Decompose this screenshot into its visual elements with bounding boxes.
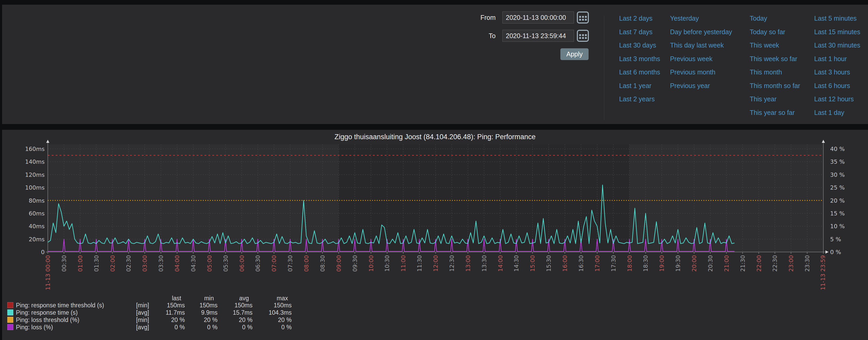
quick-range-link[interactable]: Last 1 hour <box>814 55 847 63</box>
x-tick-label: 18:00 <box>626 255 633 272</box>
legend-series-name: Ping: response time threshold (s) <box>16 302 128 309</box>
legend-value: 150ms <box>221 302 252 309</box>
quick-range-link[interactable]: Last 7 days <box>619 28 653 36</box>
quick-range-link[interactable]: Last 1 year <box>619 82 652 90</box>
x-tick-label: 05:00 <box>206 255 213 272</box>
x-tick-label: 05:30 <box>222 255 229 272</box>
quick-range-link[interactable]: This month so far <box>750 82 800 90</box>
quick-range-link[interactable]: This day last week <box>670 41 724 49</box>
legend-value: 150ms <box>154 302 185 309</box>
axis-right-arrow-icon <box>826 250 829 253</box>
legend-header-max: max <box>260 295 292 302</box>
legend-value: 20 % <box>186 316 218 323</box>
y-right-tick-label: 5 % <box>830 236 841 243</box>
quick-range-link[interactable]: Last 2 years <box>619 95 655 103</box>
x-tick-label: 03:30 <box>158 255 164 272</box>
legend-series-name: Ping: loss threshold (%) <box>16 316 128 323</box>
quick-range-link[interactable]: This year so far <box>750 109 795 117</box>
quick-range-link[interactable]: Today <box>750 14 767 23</box>
x-tick-label: 07:00 <box>271 255 277 272</box>
x-tick-label: 11:00 <box>400 255 407 272</box>
x-tick-label: 21:00 <box>723 255 730 272</box>
apply-button[interactable]: Apply <box>560 48 589 60</box>
x-tick-label: 09:30 <box>352 255 358 272</box>
to-label: To <box>446 30 496 42</box>
quick-range-link[interactable]: Last 6 hours <box>814 82 850 90</box>
quick-range-link[interactable]: Last 12 hours <box>814 95 854 103</box>
quick-range-link[interactable]: Day before yesterday <box>670 28 732 36</box>
x-tick-label: 03:00 <box>142 255 148 272</box>
to-input[interactable] <box>502 30 574 42</box>
legend-function: [min] <box>123 316 149 323</box>
x-tick-label: 10:30 <box>384 255 391 272</box>
quick-range-link[interactable]: Today so far <box>750 28 785 36</box>
legend-header-min: min <box>186 295 218 302</box>
quick-range-link[interactable]: Yesterday <box>670 14 699 23</box>
quick-range-link[interactable]: Last 30 days <box>619 41 656 49</box>
quick-range-link[interactable]: This week so far <box>750 55 797 63</box>
x-tick-label: 07:30 <box>287 255 293 272</box>
quick-range-link[interactable]: Last 5 minutes <box>814 14 857 23</box>
graph-panel: Ziggo thuisaansluiting Joost (84.104.206… <box>2 130 868 340</box>
calendar-icon <box>579 16 587 21</box>
y-left-tick-label: 0 <box>41 249 45 255</box>
legend-value: 150ms <box>186 302 218 309</box>
x-tick-label: 15:00 <box>529 255 536 272</box>
quick-range-link[interactable]: Last 1 day <box>814 109 844 117</box>
x-tick-label: 10:00 <box>368 255 374 272</box>
y-right-tick-label: 35 % <box>830 158 845 165</box>
x-tick-label: 02:30 <box>125 255 132 272</box>
quick-range-link[interactable]: Last 30 minutes <box>814 41 861 49</box>
x-tick-label: 22:30 <box>772 255 778 272</box>
quick-range-link[interactable]: Last 3 months <box>619 55 660 63</box>
from-input[interactable] <box>502 11 574 24</box>
legend-value: 20 % <box>221 316 252 323</box>
legend-swatch-icon <box>7 309 13 315</box>
legend-function: [avg] <box>123 309 149 316</box>
quick-range-link[interactable]: Last 6 months <box>619 68 660 76</box>
legend-value: 104.3ms <box>260 309 292 316</box>
legend-value: 0 % <box>260 323 292 331</box>
x-tick-label: 22:00 <box>756 255 762 272</box>
legend-header-avg: avg <box>221 295 252 302</box>
legend-header-last: last <box>154 295 185 302</box>
x-tick-label: 16:30 <box>578 255 584 272</box>
quick-range-link[interactable]: Previous year <box>670 82 710 90</box>
legend-swatch-icon <box>7 324 13 330</box>
quick-range-link[interactable]: Previous week <box>670 55 713 63</box>
x-tick-label: 16:00 <box>562 255 568 272</box>
legend-value: 20 % <box>260 316 292 323</box>
to-calendar-button[interactable] <box>577 30 589 42</box>
quick-range-link[interactable]: This month <box>750 68 782 76</box>
from-label: From <box>446 11 496 24</box>
quick-range-link[interactable]: Last 2 days <box>619 14 653 23</box>
quick-range-link[interactable]: This week <box>750 41 779 49</box>
calendar-icon <box>579 34 587 39</box>
quick-range-link[interactable]: Previous month <box>670 68 715 76</box>
quick-range-link[interactable]: Last 3 hours <box>814 68 850 76</box>
legend-value: 0 % <box>154 323 185 331</box>
y-right-tick-label: 10 % <box>830 223 845 229</box>
legend-swatch-icon <box>7 302 13 308</box>
y-left-tick-label: 60ms <box>29 210 45 217</box>
x-tick-label: 01:30 <box>93 255 100 272</box>
x-tick-label: 11:30 <box>416 255 423 272</box>
x-tick-label: 23:30 <box>804 255 811 272</box>
legend-function: [avg] <box>123 323 149 331</box>
axis-up-arrow-icon <box>822 140 825 143</box>
x-tick-label: 08:00 <box>303 255 310 272</box>
nonworking-time-band <box>48 145 339 252</box>
y-right-tick-label: 25 % <box>830 184 845 191</box>
x-tick-label: 15:30 <box>546 255 552 272</box>
quick-range-link[interactable]: This year <box>750 95 777 103</box>
x-tick-label: 20:00 <box>691 255 698 272</box>
y-right-tick-label: 0 % <box>830 249 841 255</box>
x-tick-label: 00:30 <box>61 255 67 272</box>
quick-range-link[interactable]: Last 15 minutes <box>814 28 861 36</box>
from-calendar-button[interactable] <box>577 11 589 24</box>
x-tick-label: 17:30 <box>610 255 617 272</box>
y-right-tick-label: 20 % <box>830 197 845 204</box>
page: From To Apply Last 2 daysLast 7 daysLast… <box>0 0 868 340</box>
x-tick-label: 14:00 <box>497 255 504 272</box>
quick-ranges-column-1: Last 2 daysLast 7 daysLast 30 daysLast 3… <box>619 5 669 124</box>
